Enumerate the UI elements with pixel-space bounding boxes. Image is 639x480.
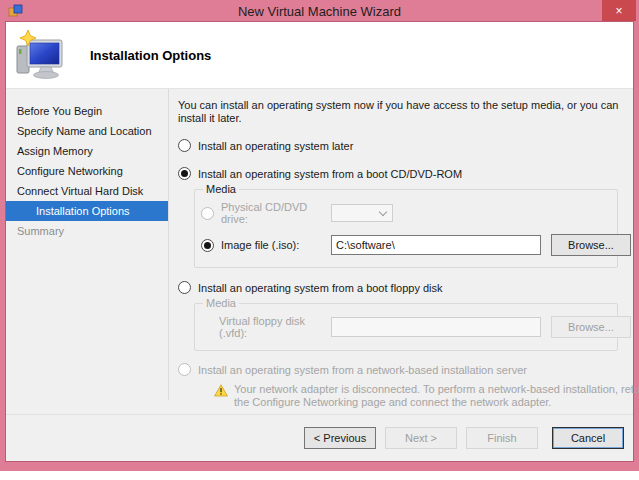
wizard-content: Installation Options Before You Begin Sp… [6, 22, 633, 461]
sidebar-item-configure-networking: Configure Networking [6, 161, 168, 181]
network-warning: Your network adapter is disconnected. To… [214, 383, 639, 409]
cd-browse-button[interactable]: Browse... [551, 234, 631, 256]
floppy-media-groupbox: Media Virtual floppy disk (.vfd): Browse… [194, 303, 618, 351]
radio-install-network [178, 363, 191, 376]
next-button: Next > [385, 427, 457, 449]
wizard-window: New Virtual Machine Wizard × [0, 0, 639, 471]
option-install-cd-dvd[interactable]: Install an operating system from a boot … [178, 167, 625, 180]
warning-icon [214, 384, 228, 397]
cd-media-group-label: Media [203, 184, 239, 195]
cd-media-groupbox: Media Physical CD/DVD drive: [194, 189, 618, 268]
sidebar-item-installation-options: Installation Options [6, 201, 168, 221]
option-install-later[interactable]: Install an operating system later [178, 139, 625, 152]
vfd-row: Virtual floppy disk (.vfd): Browse... [201, 315, 609, 339]
sidebar-item-specify-name-and-location: Specify Name and Location [6, 121, 168, 141]
vfd-label: Virtual floppy disk (.vfd): [219, 315, 331, 339]
vfd-path-input [331, 317, 541, 337]
radio-install-floppy[interactable] [178, 281, 191, 294]
previous-button[interactable]: < Previous [304, 427, 376, 449]
option-install-cd-dvd-label: Install an operating system from a boot … [198, 168, 462, 180]
radio-physical-drive [201, 207, 214, 220]
page-title: Installation Options [90, 48, 211, 63]
image-file-label: Image file (.iso): [221, 239, 299, 251]
sidebar-item-connect-virtual-hard-disk: Connect Virtual Hard Disk [6, 181, 168, 201]
sidebar-item-summary: Summary [6, 221, 168, 241]
chevron-down-icon [379, 207, 387, 215]
option-install-floppy-label: Install an operating system from a boot … [198, 282, 443, 294]
sidebar-item-before-you-begin: Before You Begin [6, 101, 168, 121]
window-title: New Virtual Machine Wizard [238, 4, 401, 19]
radio-install-cd-dvd[interactable] [178, 167, 191, 180]
page-header: Installation Options [6, 22, 633, 89]
floppy-media-group-label: Media [203, 298, 239, 309]
close-icon: × [615, 4, 622, 18]
wizard-steps-sidebar: Before You Begin Specify Name and Locati… [6, 89, 168, 414]
close-button[interactable]: × [602, 0, 636, 21]
image-file-row: Image file (.iso): Browse... [201, 234, 609, 256]
warning-text: Your network adapter is disconnected. To… [234, 383, 639, 409]
physical-drive-select [331, 204, 393, 222]
option-install-floppy[interactable]: Install an operating system from a boot … [178, 281, 625, 294]
installation-options-panel: You can install an operating system now … [169, 89, 633, 414]
radio-install-later[interactable] [178, 139, 191, 152]
app-icon [8, 3, 23, 18]
cancel-button[interactable]: Cancel [552, 427, 624, 449]
radio-image-file[interactable] [201, 239, 214, 252]
new-vm-icon [14, 29, 68, 81]
sidebar-item-assign-memory: Assign Memory [6, 141, 168, 161]
option-install-network-label: Install an operating system from a netwo… [198, 364, 527, 376]
floppy-browse-button: Browse... [551, 316, 631, 338]
physical-drive-label: Physical CD/DVD drive: [221, 201, 331, 225]
image-file-path-input[interactable] [331, 235, 541, 255]
title-bar[interactable]: New Virtual Machine Wizard × [6, 0, 633, 22]
intro-text: You can install an operating system now … [178, 99, 630, 125]
option-install-later-label: Install an operating system later [198, 140, 353, 152]
wizard-footer: < Previous Next > Finish Cancel [6, 414, 633, 461]
option-install-network: Install an operating system from a netwo… [178, 363, 625, 376]
physical-drive-row: Physical CD/DVD drive: [201, 201, 609, 225]
finish-button: Finish [466, 427, 538, 449]
